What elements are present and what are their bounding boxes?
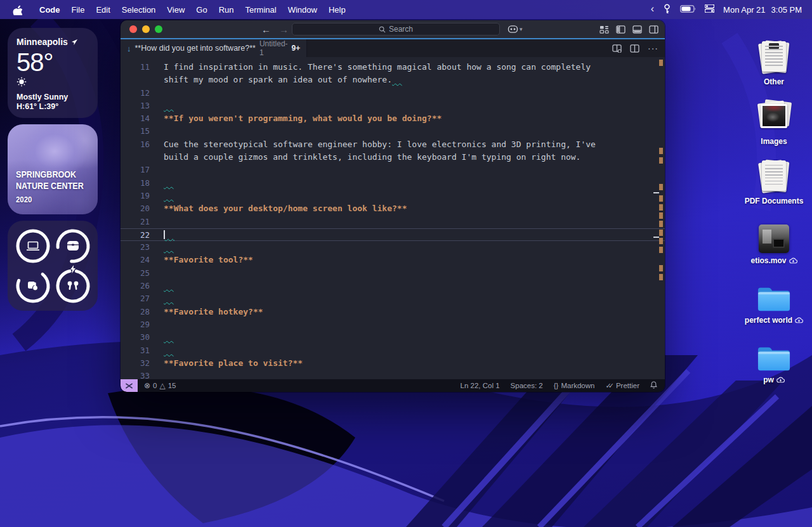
code-line-19[interactable]: 19 [121,190,665,202]
tab-title: **How did you get into software?** [135,44,256,53]
battery-ring-airpods[interactable] [54,267,91,304]
code-line-30[interactable]: 30 [121,331,665,344]
code-line-32[interactable]: 32**Favorite place to visit?** [121,357,665,370]
weather-widget[interactable]: Minneapolis 58° Mostly Sunny H:61° L:39° [8,28,98,118]
battery-icon[interactable] [680,5,696,15]
line-content [150,241,174,254]
code-line-31[interactable]: 31 [121,344,665,357]
code-line-22[interactable]: 22 [121,228,665,241]
overview-ruler[interactable] [657,57,665,379]
code-line-21[interactable]: 21 [121,216,665,228]
code-line-23[interactable]: 23 [121,241,665,254]
desktop-stack-images[interactable]: Images [757,86,790,146]
remote-indicator[interactable] [121,379,138,392]
zoom-window-button[interactable] [155,25,162,33]
warnings-count: 15 [168,382,176,389]
code-line-12[interactable]: 12 [121,87,665,100]
code-line-33[interactable]: 33 [121,370,665,379]
menu-item-terminal[interactable]: Terminal [240,5,282,15]
menu-item-go[interactable]: Go [190,5,213,15]
line-content: Cue the stereotypical software engineer … [150,138,596,151]
code-line-13[interactable]: 13 [121,100,665,112]
battery-ring-macbook[interactable] [14,227,51,264]
line-number: 22 [121,229,150,240]
menu-item-edit[interactable]: Edit [90,5,115,15]
weather-city: Minneapolis [16,37,68,47]
more-actions-icon[interactable]: ··· [648,43,658,53]
code-line-wrap[interactable]: build a couple gizmos and trinklets, inc… [121,151,665,164]
indentation-status[interactable]: Spaces: 2 [511,382,543,389]
markdown-file-icon: ↓ [127,44,131,53]
minimize-window-button[interactable] [142,25,150,33]
close-window-button[interactable] [129,25,137,33]
open-preview-side-icon[interactable] [612,44,622,53]
apple-menu-icon[interactable] [13,4,22,15]
line-content: I find inspiration in music. There's som… [150,61,591,74]
code-line-20[interactable]: 20**What does your desktop/home screen l… [121,202,665,215]
copilot-menu[interactable]: ▾ [508,25,523,34]
toggle-secondary-sidebar-icon[interactable] [649,25,658,34]
menu-item-file[interactable]: File [66,5,91,15]
split-editor-icon[interactable] [630,44,639,53]
line-number: 29 [121,318,150,331]
line-content: **If you weren't programming, what would… [150,112,442,125]
code-line-17[interactable]: 17 [121,164,665,176]
code-line-29[interactable]: 29 [121,318,665,331]
icon-label: perfect world [745,316,792,325]
line-content [150,229,174,240]
language-mode-status[interactable]: {} Markdown [554,382,595,389]
menu-item-view[interactable]: View [161,5,190,15]
code-line-18[interactable]: 18 [121,177,665,190]
desktop-file-etios-mov[interactable]: etios.mov [750,205,797,265]
sun-icon [16,77,89,89]
batteries-widget[interactable] [8,221,98,311]
navigate-forward-icon[interactable]: → [279,24,289,35]
menubar-clock[interactable]: Mon Apr 21 3:05 PM [723,5,802,15]
line-number: 19 [121,190,150,202]
code-line-11[interactable]: 11I find inspiration in music. There's s… [121,61,665,74]
code-line-25[interactable]: 25 [121,267,665,280]
customize-layout-icon[interactable] [599,25,609,34]
cursor-position-status[interactable]: Ln 22, Col 1 [461,382,500,389]
problems-status[interactable]: ⊗ 0 △ 15 [144,381,176,390]
tab-untitled-1[interactable]: ↓ **How did you get into software?** Unt… [121,39,307,57]
lint-warning-squiggle [164,332,174,342]
desktop-folder-perfect-world[interactable]: perfect world [745,265,803,325]
cursor-ruler-mark [653,192,659,193]
desktop-stack-pdf-documents[interactable]: PDF Documents [745,146,804,205]
menu-item-selection[interactable]: Selection [116,5,161,15]
code-line-14[interactable]: 14**If you weren't programming, what wou… [121,112,665,125]
control-center-icon[interactable] [705,4,714,15]
battery-ring-airpods-case[interactable] [54,227,91,264]
icon-label: etios.mov [750,256,786,265]
code-line-wrap[interactable]: shift my mood or spark an idea out of no… [121,74,665,86]
desktop-folder-pw[interactable]: pw [757,325,791,384]
command-center-search[interactable]: Search [292,23,500,36]
laptop-icon [25,240,41,252]
navigate-back-icon[interactable]: ← [261,24,271,35]
code-line-27[interactable]: 27 [121,292,665,305]
editor-pane[interactable]: 11I find inspiration in music. There's s… [121,57,665,379]
menu-item-help[interactable]: Help [323,5,351,15]
toggle-primary-sidebar-icon[interactable] [616,25,625,34]
menu-item-run[interactable]: Run [213,5,240,15]
code-line-28[interactable]: 28**Favorite hotkey?** [121,306,665,318]
desktop-stack-other[interactable]: Other [757,27,790,86]
photos-widget[interactable]: SPRINGBROOK NATURE CENTER 2020 [8,124,98,214]
vscode-title-bar[interactable]: ← → Search ▾ [121,20,665,39]
menu-item-window[interactable]: Window [282,5,323,15]
toggle-panel-icon[interactable] [632,25,642,34]
notifications-bell-icon[interactable] [650,381,657,390]
line-number: 15 [121,125,150,138]
code-line-24[interactable]: 24**Favorite tool?** [121,254,665,266]
battery-ring-trackpad[interactable] [14,267,51,304]
menu-item-app[interactable]: Code [34,5,66,15]
code-line-15[interactable]: 15 [121,125,665,138]
code-line-16[interactable]: 16Cue the stereotypical software enginee… [121,138,665,151]
line-number: 33 [121,370,150,379]
menubar-collapse-chevron-icon[interactable]: ‹ [651,3,654,15]
formatter-status[interactable]: ✓✓ Prettier [605,382,639,390]
password-key-icon[interactable] [663,4,671,16]
code-line-26[interactable]: 26 [121,280,665,292]
warning-ruler-mark [659,221,663,227]
